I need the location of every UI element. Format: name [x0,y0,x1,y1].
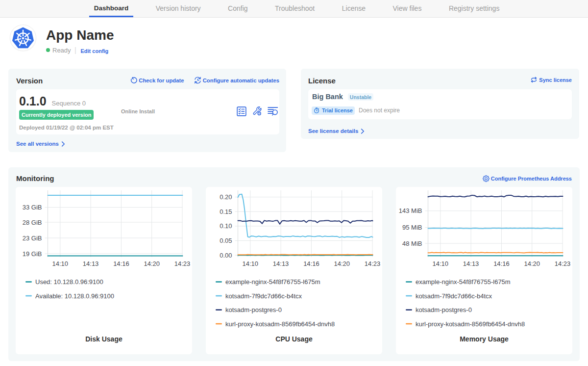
svg-text:23 GiB: 23 GiB [23,235,42,242]
svg-text:kotsadm-7f9dc7d66c-b4tcx: kotsadm-7f9dc7d66c-b4tcx [225,292,302,300]
svg-text:14:16: 14:16 [303,260,319,267]
svg-text:kotsadm-7f9dc7d66c-b4tcx: kotsadm-7f9dc7d66c-b4tcx [416,292,492,300]
svg-text:Disk Usage: Disk Usage [85,335,122,343]
svg-text:0.05: 0.05 [220,237,232,244]
svg-text:48 MiB: 48 MiB [402,240,422,247]
svg-text:kotsadm-postgres-0: kotsadm-postgres-0 [416,306,472,314]
svg-text:14:16: 14:16 [113,260,129,267]
svg-text:14:23: 14:23 [174,260,191,267]
svg-text:0.20: 0.20 [220,193,232,201]
svg-text:14:13: 14:13 [273,260,289,267]
svg-text:Used: 10.128.0.96:9100: Used: 10.128.0.96:9100 [35,278,103,286]
svg-text:kurl-proxy-kotsadm-8569fb6454-: kurl-proxy-kotsadm-8569fb6454-dnvh8 [416,320,525,328]
svg-text:143 MiB: 143 MiB [399,207,422,214]
svg-text:14:16: 14:16 [493,260,510,267]
svg-text:14:20: 14:20 [334,260,350,267]
svg-text:kotsadm-postgres-0: kotsadm-postgres-0 [225,306,282,314]
svg-text:kurl-proxy-kotsadm-8569fb6454-: kurl-proxy-kotsadm-8569fb6454-dnvh8 [225,320,335,328]
svg-text:14:13: 14:13 [83,260,99,267]
svg-text:14:20: 14:20 [144,260,160,267]
svg-text:example-nginx-54f8f76755-l675m: example-nginx-54f8f76755-l675m [416,278,511,286]
svg-text:example-nginx-54f8f76755-l675m: example-nginx-54f8f76755-l675m [225,278,320,286]
svg-text:95 MiB: 95 MiB [402,224,422,231]
svg-text:33 GiB: 33 GiB [23,204,42,211]
svg-text:14:10: 14:10 [52,260,69,267]
svg-text:19 GiB: 19 GiB [23,250,42,258]
svg-text:28 GiB: 28 GiB [23,219,42,226]
svg-text:14:10: 14:10 [243,260,259,267]
svg-text:14:10: 14:10 [433,260,449,267]
svg-text:14:23: 14:23 [365,260,381,267]
svg-text:Available: 10.128.0.96:9100: Available: 10.128.0.96:9100 [35,292,114,300]
svg-text:14:23: 14:23 [555,260,571,267]
svg-text:14:13: 14:13 [463,260,479,267]
svg-text:Memory Usage: Memory Usage [460,335,509,343]
svg-text:0.15: 0.15 [220,208,232,215]
svg-text:14:20: 14:20 [524,260,540,267]
svg-text:CPU Usage: CPU Usage [275,335,313,343]
svg-text:0.10: 0.10 [220,222,232,230]
svg-text:0.00: 0.00 [220,252,232,259]
